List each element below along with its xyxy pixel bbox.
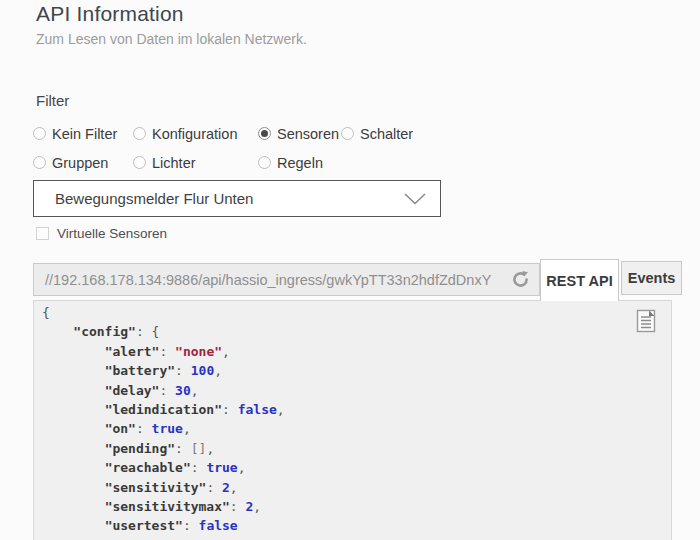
checkbox-icon <box>36 227 49 240</box>
radio-circle-icon <box>133 127 146 140</box>
tab-events-label: Events <box>628 270 676 286</box>
radio-label: Schalter <box>360 126 413 142</box>
json-code: { "config": { "alert": "none", "battery"… <box>34 301 671 540</box>
radio-label: Konfiguration <box>152 126 237 142</box>
api-url-field[interactable]: //192.168.178.134:9886/api/hassio_ingres… <box>33 263 540 296</box>
radio-circle-icon <box>33 127 46 140</box>
radio-label: Sensoren <box>277 126 339 142</box>
radio-konfiguration[interactable]: Konfiguration <box>133 126 258 142</box>
radio-regeln[interactable]: Regeln <box>258 155 341 171</box>
sensor-dropdown[interactable]: Bewegungsmelder Flur Unten <box>33 180 441 217</box>
radio-label: Lichter <box>152 155 196 171</box>
refresh-icon[interactable] <box>510 269 531 290</box>
radio-label: Regeln <box>277 155 323 171</box>
api-information-page: API Information Zum Lesen von Daten im l… <box>0 0 700 540</box>
radio-gruppen[interactable]: Gruppen <box>33 155 133 171</box>
radio-lichter[interactable]: Lichter <box>133 155 258 171</box>
radio-label: Gruppen <box>52 155 108 171</box>
radio-schalter[interactable]: Schalter <box>341 126 653 142</box>
page-title: API Information <box>36 2 184 26</box>
radio-label: Kein Filter <box>52 126 117 142</box>
radio-kein-filter[interactable]: Kein Filter <box>33 126 133 142</box>
chevron-down-icon <box>404 193 426 205</box>
filter-radio-group: Kein Filter Konfiguration Sensoren Schal… <box>33 119 653 177</box>
radio-circle-icon <box>33 156 46 169</box>
tab-events[interactable]: Events <box>621 261 682 295</box>
radio-circle-icon <box>341 127 354 140</box>
radio-circle-icon <box>258 156 271 169</box>
checkbox-label: Virtuelle Sensoren <box>57 226 167 241</box>
virtual-sensors-checkbox[interactable]: Virtuelle Sensoren <box>36 226 167 241</box>
tab-rest-api-label: REST API <box>546 273 612 289</box>
api-url-text: //192.168.178.134:9886/api/hassio_ingres… <box>34 272 510 288</box>
tab-rest-api[interactable]: REST API <box>540 259 619 301</box>
sensor-dropdown-value: Bewegungsmelder Flur Unten <box>34 190 404 207</box>
radio-sensoren[interactable]: Sensoren <box>258 126 341 142</box>
json-response-panel: { "config": { "alert": "none", "battery"… <box>33 300 672 540</box>
radio-circle-icon <box>258 127 271 140</box>
filter-heading: Filter <box>36 92 69 109</box>
radio-circle-icon <box>133 156 146 169</box>
page-subtitle: Zum Lesen von Daten im lokalen Netzwerk. <box>36 31 307 47</box>
copy-icon[interactable] <box>633 307 659 339</box>
